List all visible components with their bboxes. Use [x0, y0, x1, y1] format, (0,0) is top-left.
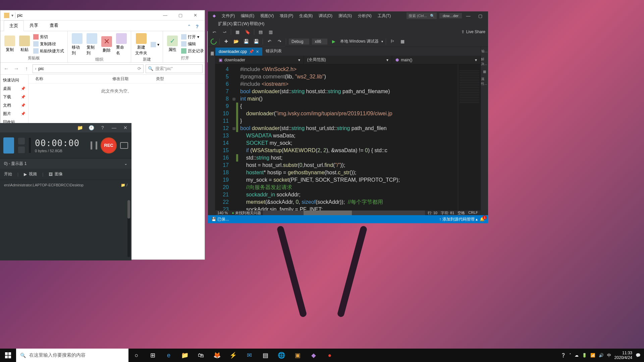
newfolder-button[interactable]: 新建 文件夹	[133, 33, 149, 57]
taskbar-recorder[interactable]: ●	[322, 349, 338, 362]
runner-label[interactable]: 本地 Windows 调试器	[340, 39, 379, 44]
pause-button[interactable]	[91, 141, 97, 149]
col-name[interactable]: 名称	[29, 76, 106, 82]
rec-tab-video[interactable]: ▶视频	[24, 171, 37, 177]
eol-mode[interactable]: CRLF	[468, 210, 478, 216]
rec-minimize-button[interactable]: —	[110, 124, 118, 132]
record-button[interactable]: REC	[101, 137, 117, 154]
sidebar-quickaccess[interactable]: 快速访问	[0, 76, 28, 84]
close-icon[interactable]: ✕	[256, 50, 259, 54]
menu-edit[interactable]: 编辑(E)	[238, 12, 257, 20]
menu-window[interactable]: 窗口(W)	[233, 21, 249, 27]
chevron-down-icon[interactable]: ⌄	[124, 161, 127, 166]
taskbar-search[interactable]: 🔍在这里输入你要搜索的内容	[16, 349, 128, 362]
copyto-button[interactable]: 复制到	[85, 33, 99, 57]
run-button[interactable]: ▶	[330, 38, 337, 45]
tab-share[interactable]: 共享	[24, 20, 44, 31]
menu-debug[interactable]: 调试(D)	[316, 12, 335, 20]
vs-solution-name[interactable]: dow…der	[439, 13, 462, 18]
menu-analyze[interactable]: 分析(N)	[355, 12, 374, 20]
rename-button[interactable]: 重命名	[114, 33, 129, 57]
rec-display-row[interactable]: 0) - 显示器 1 ⌄	[0, 159, 131, 169]
pasteshortcut-button[interactable]: 粘贴快捷方式	[32, 48, 65, 54]
notifications-icon[interactable]: 🔔	[480, 217, 485, 222]
rec-mic-icon[interactable]	[18, 138, 25, 144]
minimap[interactable]	[458, 64, 481, 210]
minimize-button[interactable]: —	[158, 11, 173, 20]
tray-help-icon[interactable]: ❔	[561, 353, 566, 358]
close-button[interactable]: ✕	[188, 11, 203, 20]
copy-button[interactable]: 复制	[2, 35, 17, 53]
start-button[interactable]	[0, 349, 16, 362]
sidebar-desktop[interactable]: 桌面📌	[0, 84, 28, 93]
taskbar-app[interactable]: ▤	[257, 349, 273, 362]
issues-text[interactable]: 未找到相关问题	[235, 211, 261, 215]
history-button[interactable]: 历史记录	[180, 48, 205, 54]
taskbar-store[interactable]: 🛍	[193, 349, 209, 362]
rec-webcam-icon[interactable]	[18, 146, 25, 153]
undo-icon[interactable]: ↶	[266, 38, 273, 45]
taskbar-app2[interactable]: ▣	[289, 349, 306, 362]
rec-clock-icon[interactable]: 🕘	[87, 124, 95, 132]
cut-button[interactable]: 剪切	[32, 34, 65, 40]
explorer-search[interactable]: 🔍搜索"pic"	[146, 64, 203, 73]
vs-left-gutter[interactable]: 服务器资源管理器 工具箱	[208, 47, 215, 215]
tab-errorlist[interactable]: 错误列表	[262, 46, 285, 56]
menu-help[interactable]: 帮助(H)	[250, 21, 264, 27]
h-scrollbar[interactable]: 140 % ● 未找到相关问题 行: 10 字符: 81 空格 CRLF	[215, 210, 481, 215]
rec-folder-icon[interactable]: 📁	[76, 124, 84, 132]
rec-source-icon[interactable]	[3, 137, 14, 154]
tray-chevron-icon[interactable]: ˄	[569, 353, 571, 358]
sidebar-downloads[interactable]: 下载📌	[0, 93, 28, 101]
rec-output-path[interactable]: ers\Administrator.LAPTOP-ECFBDRCC\Deskto…	[0, 180, 131, 190]
tray-wifi-icon[interactable]: 📶	[590, 353, 595, 358]
open-icon[interactable]: 📂	[232, 38, 240, 45]
taskbar-chrome[interactable]: 🌐	[273, 349, 289, 362]
taskbar-edge[interactable]: e	[161, 349, 177, 362]
tray-notifications-icon[interactable]: 💬	[636, 353, 641, 358]
dd-scope[interactable]: (全局范围)▾	[304, 56, 392, 64]
nav-back-icon[interactable]: ⤺	[211, 28, 218, 36]
screenshot-button[interactable]	[120, 142, 128, 149]
taskview-icon[interactable]: ⊞	[145, 349, 161, 362]
config-select[interactable]: Debug	[289, 39, 309, 45]
menu-extensions[interactable]: 扩展(X)	[218, 21, 232, 27]
nav-fwd-icon[interactable]: ⤻	[221, 28, 228, 36]
vs-maximize-button[interactable]: ▢	[475, 12, 486, 20]
taskbar-explorer[interactable]: 📁	[177, 349, 193, 362]
liveshare-button[interactable]: ⇪Live Share	[461, 29, 485, 34]
tray-clock[interactable]: 11:33 2020/4/24	[614, 351, 632, 360]
dd-func[interactable]: ⬢main()▾	[392, 56, 481, 64]
tab-view[interactable]: 查看	[44, 20, 64, 31]
tab-home[interactable]: 主页	[4, 20, 24, 31]
properties-button[interactable]: ✓属性	[165, 35, 180, 53]
edit-button[interactable]: 编辑	[180, 41, 205, 47]
menu-test[interactable]: 测试(S)	[336, 12, 355, 20]
address-bar[interactable]: ›pic⟳	[33, 64, 144, 73]
delete-button[interactable]: ✕删除	[99, 36, 114, 54]
open-button[interactable]: 打开▾	[180, 34, 205, 40]
scm-button[interactable]: ↑ 添加到源代码管理 ▴	[439, 217, 478, 222]
col-type[interactable]: 类型	[149, 76, 171, 82]
vs-logo-icon[interactable]: ◆	[210, 12, 218, 19]
vs-minimize-button[interactable]: —	[463, 12, 474, 20]
taskbar-firefox[interactable]: 🦊	[209, 349, 225, 362]
paste-button[interactable]: 粘贴	[17, 35, 32, 53]
nav-fwd-button[interactable]: →	[12, 65, 20, 73]
rec-scrollbar[interactable]	[127, 200, 130, 257]
nav-up-button[interactable]: ↑	[22, 65, 31, 73]
saveall-icon[interactable]: 💾	[253, 38, 260, 45]
vs-search[interactable]: 搜索 (Ctrl...🔍	[407, 12, 437, 19]
comment-icon[interactable]: ▤	[257, 28, 264, 36]
menu-build[interactable]: 生成(B)	[297, 12, 315, 20]
tab-downloader-cpp[interactable]: downloader.cpp📌✕	[215, 47, 262, 56]
rec-tab-start[interactable]: 开始	[4, 171, 12, 177]
taskbar-thunder[interactable]: ⚡	[225, 349, 241, 362]
sidebar-pictures[interactable]: 图片📌	[0, 110, 28, 118]
cortana-icon[interactable]: ○	[128, 349, 145, 362]
sidebar-documents[interactable]: 文档📌	[0, 101, 28, 110]
taskbar-visualstudio[interactable]: ◆	[306, 349, 322, 362]
redo-icon[interactable]: ↷	[276, 38, 283, 45]
collapse-ribbon-icon[interactable]: ⌃	[185, 22, 193, 31]
grid-icon[interactable]: ▦	[399, 38, 406, 45]
